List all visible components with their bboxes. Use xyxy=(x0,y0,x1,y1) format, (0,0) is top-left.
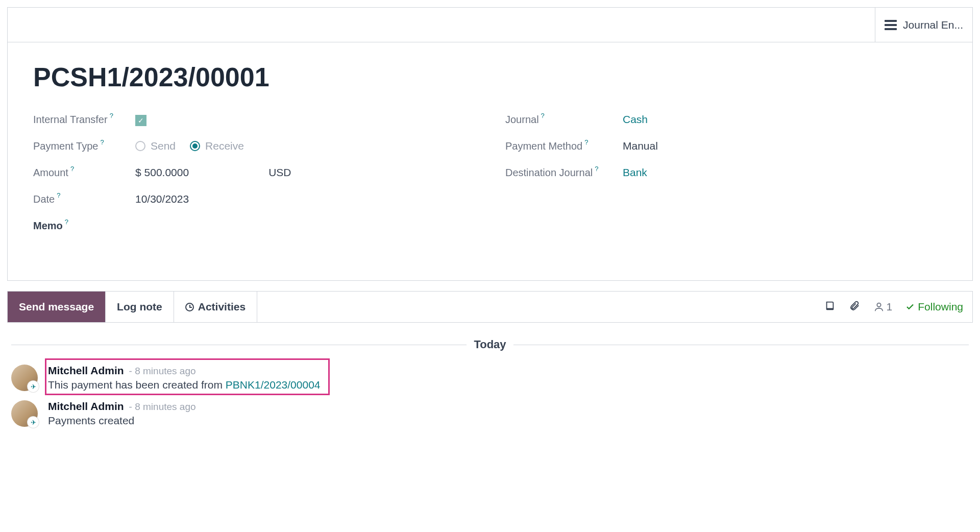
stat-spacer xyxy=(8,8,875,42)
clock-icon xyxy=(185,303,194,311)
form-body: PCSH1/2023/00001 Internal Transfer? ✓ Pa… xyxy=(8,42,972,280)
payment-type-row: Payment Type? Send Receive xyxy=(33,138,475,154)
message-link[interactable]: PBNK1/2023/00004 xyxy=(226,379,321,391)
log-note-button[interactable]: Log note xyxy=(106,292,174,322)
help-icon[interactable]: ? xyxy=(70,165,74,173)
payment-type-radios: Send Receive xyxy=(135,140,475,152)
dest-journal-label: Destination Journal? xyxy=(505,167,623,179)
message-time: - 8 minutes ago xyxy=(129,366,196,377)
payment-type-label: Payment Type? xyxy=(33,140,135,152)
amount-value: $ 500.0000 USD xyxy=(135,166,475,179)
avatar[interactable] xyxy=(11,365,38,391)
stat-button-bar: Journal En... xyxy=(8,8,972,42)
payment-method-value: Manual xyxy=(623,140,947,152)
attachment-icon[interactable] xyxy=(849,300,860,314)
form-col-left: Internal Transfer? ✓ Payment Type? Send … xyxy=(33,112,475,245)
amount-label: Amount? xyxy=(33,167,135,179)
help-icon[interactable]: ? xyxy=(100,138,104,146)
message-time: - 8 minutes ago xyxy=(129,401,196,413)
journal-row: Journal? Cash xyxy=(505,112,947,127)
help-icon[interactable]: ? xyxy=(110,112,113,119)
message-author[interactable]: Mitchell Admin xyxy=(48,365,124,377)
dest-journal-row: Destination Journal? Bank xyxy=(505,165,947,180)
amount-currency: USD xyxy=(268,166,291,179)
svg-point-0 xyxy=(877,303,880,307)
help-icon[interactable]: ? xyxy=(584,138,588,146)
date-value: 10/30/2023 xyxy=(135,193,475,205)
journal-label: Journal? xyxy=(505,114,623,126)
message-content: Payments created xyxy=(48,415,196,427)
chatter-message: Mitchell Admin - 8 minutes ago Payments … xyxy=(11,400,969,427)
chatter-message: Mitchell Admin - 8 minutes ago This paym… xyxy=(11,365,969,391)
record-title: PCSH1/2023/00001 xyxy=(33,62,947,92)
internal-transfer-checkbox[interactable]: ✓ xyxy=(135,115,146,126)
message-author[interactable]: Mitchell Admin xyxy=(48,400,124,413)
memo-row: Memo? xyxy=(33,218,475,233)
date-label: Date? xyxy=(33,194,135,205)
message-content: This payment has been created from PBNK1… xyxy=(48,379,321,391)
chatter-toolbar: Send message Log note Activities 1 Follo… xyxy=(7,291,973,323)
following-button[interactable]: Following xyxy=(905,301,963,313)
date-row: Date? 10/30/2023 xyxy=(33,191,475,207)
dest-journal-value[interactable]: Bank xyxy=(623,166,947,179)
form-columns: Internal Transfer? ✓ Payment Type? Send … xyxy=(33,112,947,245)
journal-entries-button[interactable]: Journal En... xyxy=(875,8,972,42)
payment-type-send[interactable]: Send xyxy=(135,140,176,152)
message-body: Mitchell Admin - 8 minutes ago This paym… xyxy=(48,365,321,391)
payment-method-row: Payment Method? Manual xyxy=(505,138,947,154)
date-separator: Today xyxy=(11,338,969,351)
memo-label: Memo? xyxy=(33,220,135,232)
message-body: Mitchell Admin - 8 minutes ago Payments … xyxy=(48,400,196,427)
chatter-right: 1 Following xyxy=(815,292,972,322)
avatar[interactable] xyxy=(11,400,38,427)
help-icon[interactable]: ? xyxy=(595,165,598,173)
payment-type-receive[interactable]: Receive xyxy=(190,140,244,152)
help-icon[interactable]: ? xyxy=(57,191,60,199)
help-icon[interactable]: ? xyxy=(541,112,545,119)
help-icon[interactable]: ? xyxy=(65,218,68,226)
chatter-thread: Today Mitchell Admin - 8 minutes ago Thi… xyxy=(7,323,973,427)
form-col-right: Journal? Cash Payment Method? Manual Des… xyxy=(505,112,947,245)
activities-button[interactable]: Activities xyxy=(174,292,257,322)
hamburger-icon xyxy=(885,20,897,30)
journal-entries-label: Journal En... xyxy=(903,19,963,31)
amount-row: Amount? $ 500.0000 USD xyxy=(33,165,475,180)
journal-value[interactable]: Cash xyxy=(623,113,947,126)
send-message-button[interactable]: Send message xyxy=(8,292,106,322)
form-card: Journal En... PCSH1/2023/00001 Internal … xyxy=(7,7,973,281)
payment-method-label: Payment Method? xyxy=(505,140,623,152)
internal-transfer-value: ✓ xyxy=(135,113,475,126)
internal-transfer-row: Internal Transfer? ✓ xyxy=(33,112,475,127)
follower-count[interactable]: 1 xyxy=(873,301,893,313)
internal-transfer-label: Internal Transfer? xyxy=(33,114,135,126)
book-icon[interactable] xyxy=(824,300,836,314)
